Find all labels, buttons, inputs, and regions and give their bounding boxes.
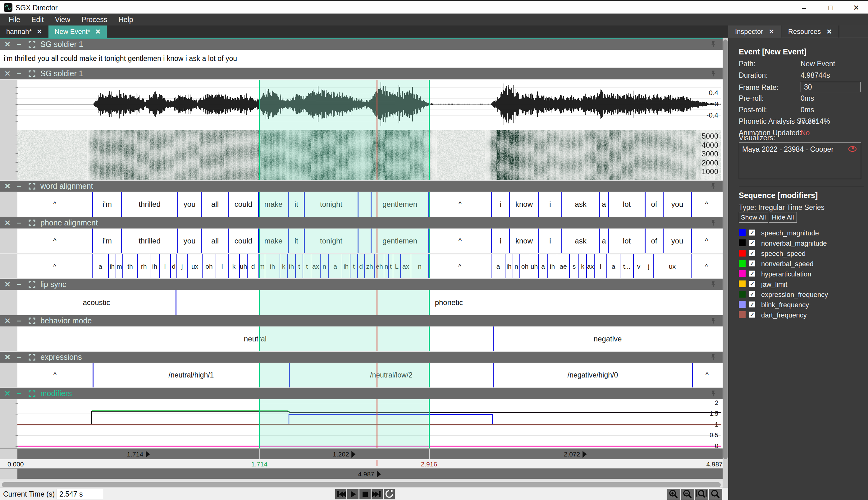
track-close-icon[interactable]: ✕ bbox=[4, 389, 12, 398]
skip-to-start-button[interactable] bbox=[335, 489, 347, 499]
phone-cell[interactable]: v bbox=[633, 254, 644, 278]
phone-cell[interactable]: ux bbox=[653, 254, 691, 278]
phone-cell[interactable]: n bbox=[320, 254, 328, 278]
pin-icon[interactable] bbox=[709, 390, 717, 397]
pin-icon[interactable] bbox=[709, 354, 717, 361]
phone-cell[interactable]: ih bbox=[548, 254, 557, 278]
phone-word-cell[interactable]: lot bbox=[608, 229, 645, 253]
phone-cell[interactable]: d bbox=[170, 254, 176, 278]
track-minimize-icon[interactable]: − bbox=[17, 182, 26, 191]
modifier-visibility-checkbox[interactable]: ✓ bbox=[749, 291, 755, 297]
track-expand-icon[interactable] bbox=[28, 281, 35, 288]
menu-item-process[interactable]: Process bbox=[77, 14, 112, 25]
expression-cell[interactable]: /neutral/high/1 bbox=[93, 363, 289, 387]
waveform-plot[interactable] bbox=[0, 80, 723, 128]
phone-cell[interactable]: ^ bbox=[691, 254, 722, 278]
phone-cell[interactable]: j bbox=[176, 254, 187, 278]
expression-cell[interactable]: /neutral/low/2 bbox=[289, 363, 493, 387]
word-cell[interactable] bbox=[357, 192, 371, 217]
track-close-icon[interactable]: ✕ bbox=[4, 40, 12, 49]
zoom-all-button[interactable] bbox=[709, 489, 722, 500]
phone-cell[interactable]: t bbox=[388, 254, 393, 278]
phone-word-cell[interactable] bbox=[357, 229, 371, 253]
modifier-visibility-checkbox[interactable]: ✓ bbox=[749, 301, 755, 308]
play-segment-icon[interactable] bbox=[146, 451, 150, 458]
document-tab-1[interactable]: hannah*✕ bbox=[0, 25, 48, 38]
phone-word-cell[interactable]: a bbox=[599, 229, 608, 253]
word-cell[interactable]: lot bbox=[608, 192, 645, 217]
phone-cell[interactable]: t bbox=[295, 254, 303, 278]
phone-cell[interactable]: n bbox=[411, 254, 428, 278]
word-cell[interactable]: make bbox=[258, 192, 288, 217]
track-minimize-icon[interactable]: − bbox=[17, 219, 26, 227]
word-cell[interactable]: gentlemen bbox=[371, 192, 428, 217]
phone-cell[interactable]: l bbox=[159, 254, 170, 278]
phone-cell[interactable]: eh bbox=[374, 254, 384, 278]
word-cell[interactable]: i bbox=[491, 192, 509, 217]
phone-cell[interactable]: ih bbox=[505, 254, 513, 278]
word-cell[interactable]: a bbox=[599, 192, 608, 217]
phone-cell[interactable]: a bbox=[92, 254, 108, 278]
track-minimize-icon[interactable]: − bbox=[17, 389, 26, 398]
word-cell[interactable]: all bbox=[201, 192, 228, 217]
word-cell[interactable]: ask bbox=[561, 192, 599, 217]
stop-button[interactable] bbox=[360, 489, 371, 499]
inspector-tab-resources[interactable]: Resources✕ bbox=[781, 25, 839, 38]
play-segment-icon[interactable] bbox=[583, 451, 587, 458]
phone-cell[interactable]: j bbox=[644, 254, 653, 278]
track-close-icon[interactable]: ✕ bbox=[4, 317, 12, 325]
track-expand-icon[interactable] bbox=[28, 70, 35, 77]
phone-cell[interactable]: ih bbox=[287, 254, 295, 278]
minimize-icon[interactable]: – bbox=[795, 2, 813, 13]
track-expand-icon[interactable] bbox=[28, 183, 35, 190]
phone-word-cell[interactable]: ^ bbox=[428, 229, 491, 253]
phone-cell[interactable]: oh bbox=[202, 254, 215, 278]
track-minimize-icon[interactable]: − bbox=[17, 280, 26, 289]
horizontal-scrollbar-thumb[interactable] bbox=[2, 482, 721, 487]
phone-cell[interactable]: ih bbox=[150, 254, 159, 278]
phone-cell[interactable]: t bbox=[303, 254, 311, 278]
phone-word-cell[interactable]: you bbox=[177, 229, 201, 253]
word-cell[interactable]: of bbox=[645, 192, 662, 217]
track-close-icon[interactable]: ✕ bbox=[4, 280, 12, 289]
transcript-text[interactable]: i'm thrilled you all could make it tonig… bbox=[4, 54, 237, 63]
tab-close-icon[interactable]: ✕ bbox=[769, 28, 774, 35]
modifier-visibility-checkbox[interactable]: ✓ bbox=[749, 281, 755, 287]
phone-cell[interactable]: d bbox=[247, 254, 258, 278]
modifier-visibility-checkbox[interactable]: ✓ bbox=[749, 229, 755, 236]
track-minimize-icon[interactable]: − bbox=[17, 69, 26, 78]
phone-word-cell[interactable]: all bbox=[201, 229, 228, 253]
play-segment-icon[interactable] bbox=[352, 451, 356, 458]
phone-cell[interactable]: ih bbox=[342, 254, 350, 278]
phone-cell[interactable]: k bbox=[578, 254, 586, 278]
phone-cell[interactable]: ^ bbox=[428, 254, 491, 278]
phone-word-cell[interactable]: it bbox=[288, 229, 304, 253]
word-cell[interactable]: you bbox=[177, 192, 201, 217]
modifier-visibility-checkbox[interactable]: ✓ bbox=[749, 250, 755, 256]
phone-word-cell[interactable]: tonight bbox=[304, 229, 357, 253]
word-cell[interactable]: you bbox=[662, 192, 691, 217]
expression-cell[interactable]: /negative/high/0 bbox=[493, 363, 692, 387]
visualizer-item[interactable]: Maya 2022 - 23984 - Cooper bbox=[742, 145, 833, 154]
phone-word-cell[interactable]: ^ bbox=[17, 229, 92, 253]
word-cell[interactable]: i bbox=[538, 192, 561, 217]
track-expand-icon[interactable] bbox=[28, 41, 35, 48]
track-minimize-icon[interactable]: − bbox=[17, 317, 26, 325]
current-time-value[interactable]: 2.547 s bbox=[57, 489, 103, 499]
track-close-icon[interactable]: ✕ bbox=[4, 353, 12, 362]
phone-word-cell[interactable]: i bbox=[538, 229, 561, 253]
close-icon[interactable]: ✕ bbox=[847, 2, 865, 13]
phone-cell[interactable]: l bbox=[594, 254, 607, 278]
phone-cell[interactable]: L bbox=[393, 254, 400, 278]
menu-item-edit[interactable]: Edit bbox=[27, 14, 48, 25]
play-button[interactable] bbox=[347, 489, 359, 499]
loop-button[interactable] bbox=[384, 489, 395, 499]
modifier-visibility-checkbox[interactable]: ✓ bbox=[749, 240, 755, 246]
menu-item-file[interactable]: File bbox=[4, 14, 25, 25]
track-minimize-icon[interactable]: − bbox=[17, 353, 26, 362]
word-cell[interactable]: could bbox=[228, 192, 258, 217]
phone-cell[interactable]: zh bbox=[364, 254, 374, 278]
frame-rate-input[interactable]: 30 bbox=[801, 82, 860, 92]
maximize-icon[interactable]: □ bbox=[822, 2, 840, 13]
phone-cell[interactable]: ih bbox=[108, 254, 116, 278]
